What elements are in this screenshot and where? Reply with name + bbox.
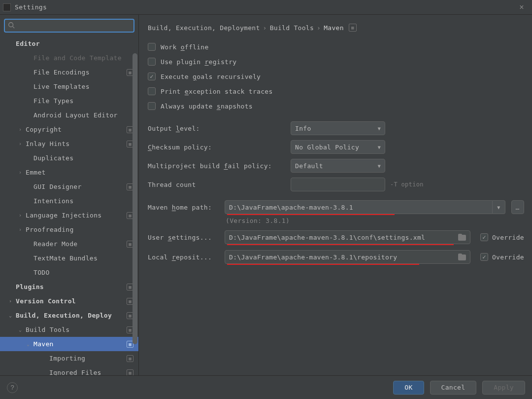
crumb-a[interactable]: Build, Execution, Deployment: [148, 24, 260, 32]
sidebar-item[interactable]: ›Inlay Hints▦: [0, 137, 138, 151]
sidebar-item[interactable]: Duplicates: [0, 151, 138, 165]
sidebar-scrollbar[interactable]: [133, 53, 137, 344]
checkbox[interactable]: [148, 58, 156, 66]
user-settings-override[interactable]: Override: [480, 233, 524, 241]
maven-home-dropdown-button[interactable]: ▼: [493, 200, 505, 214]
sidebar-item[interactable]: TextMate Bundles: [0, 251, 138, 265]
local-repo-input[interactable]: D:\JavaFrame\apache-maven-3.8.1\reposito…: [225, 250, 470, 264]
sidebar-item[interactable]: ›Proofreading: [0, 222, 138, 237]
cancel-button[interactable]: Cancel: [430, 381, 477, 395]
sidebar-item[interactable]: Importing▦: [0, 351, 138, 365]
chevron-icon: ›: [19, 141, 26, 146]
ok-button[interactable]: OK: [393, 381, 424, 395]
print-exception-row[interactable]: Print exception stack traces: [148, 84, 524, 99]
sidebar-item-label: Build, Execution, Deploy: [16, 312, 127, 319]
sidebar-item[interactable]: File and Code Template: [0, 51, 138, 65]
sidebar-item[interactable]: Plugins▦: [0, 280, 138, 294]
sidebar-item-label: Build Tools: [26, 326, 127, 333]
folder-icon[interactable]: [458, 234, 466, 241]
input-value: D:\JavaFrame\apache-maven-3.8.1\reposito…: [229, 254, 455, 261]
multiproject-fail-select[interactable]: Default ▼: [291, 159, 385, 173]
project-scope-icon: ▦: [127, 355, 133, 362]
close-icon[interactable]: ×: [514, 3, 529, 12]
checkbox[interactable]: [480, 253, 488, 261]
sidebar-item-label: TextMate Bundles: [33, 254, 138, 262]
maven-home-label: Maven home path:: [148, 204, 221, 211]
sidebar-item[interactable]: ›Copyright▦: [0, 122, 138, 137]
sidebar-item-label: Ignored Files: [49, 369, 127, 375]
search-input[interactable]: [15, 22, 131, 30]
svg-line-1: [13, 26, 15, 28]
input-value: D:\JavaFrame\apache-maven-3.8.1: [229, 204, 488, 211]
checkbox[interactable]: [148, 87, 156, 95]
sidebar-item[interactable]: Live Templates: [0, 79, 138, 94]
sidebar-item[interactable]: File Encodings▦: [0, 65, 138, 79]
thread-count-input[interactable]: [291, 178, 385, 191]
window-title: Settings: [15, 3, 47, 11]
checkbox[interactable]: [480, 233, 488, 241]
search-box[interactable]: [4, 19, 134, 33]
maven-home-path-input[interactable]: D:\JavaFrame\apache-maven-3.8.1: [225, 200, 493, 214]
checkbox[interactable]: [148, 43, 156, 51]
local-repo-override[interactable]: Override: [480, 253, 524, 261]
sidebar-item[interactable]: ⌄Build, Execution, Deploy▦: [0, 308, 138, 323]
sidebar-item[interactable]: ›Language Injections▦: [0, 208, 138, 222]
sidebar-item-label: Duplicates: [33, 154, 138, 162]
sidebar-item-label: File Types: [33, 97, 138, 105]
search-icon: [8, 22, 15, 30]
sidebar-item[interactable]: Editor: [0, 36, 138, 51]
sidebar-item-label: Editor: [16, 40, 138, 47]
always-update-snapshots-row[interactable]: Always update snapshots: [148, 99, 524, 113]
work-offline-row[interactable]: Work offline: [148, 39, 524, 54]
multiproject-fail-label: Multiproject build fail policy:: [148, 162, 286, 170]
user-settings-label: User settings...: [148, 234, 221, 241]
sidebar-item[interactable]: GUI Designer▦: [0, 180, 138, 194]
chevron-icon: ⌄: [19, 327, 26, 332]
sidebar-item[interactable]: Reader Mode▦: [0, 237, 138, 251]
sidebar-item-label: Version Control: [16, 297, 127, 305]
apply-button[interactable]: Apply: [482, 381, 525, 395]
maven-version-text: (Version: 3.8.1): [226, 217, 524, 224]
chevron-icon: ›: [9, 298, 16, 304]
sidebar-item[interactable]: Intentions: [0, 194, 138, 208]
folder-icon[interactable]: [458, 254, 466, 260]
sidebar-item[interactable]: TODO: [0, 265, 138, 280]
maven-home-browse-button[interactable]: …: [511, 200, 524, 214]
chevron-right-icon: ›: [317, 24, 321, 32]
sidebar-item-label: Importing: [49, 355, 127, 362]
execute-goals-recursively-row[interactable]: Execute goals recursively: [148, 69, 524, 84]
dialog-footer: ? OK Cancel Apply: [0, 375, 532, 399]
settings-tree[interactable]: EditorFile and Code TemplateFile Encodin…: [0, 36, 138, 375]
chevron-down-icon: ▼: [378, 145, 381, 150]
output-level-select[interactable]: Info ▼: [291, 121, 385, 135]
sidebar-item[interactable]: ›Version Control▦: [0, 294, 138, 308]
sidebar-item[interactable]: ⌄Build Tools▦: [0, 323, 138, 337]
checkbox[interactable]: [148, 73, 156, 80]
app-icon: [3, 3, 11, 11]
sidebar-item-label: Emmet: [26, 169, 138, 176]
chevron-icon: ›: [19, 213, 26, 218]
checkbox[interactable]: [148, 102, 156, 110]
sidebar-item-label: Plugins: [16, 283, 127, 290]
local-repo-label: Local reposit...: [148, 254, 221, 261]
sidebar-item[interactable]: ⌄Maven▦: [0, 337, 138, 351]
project-scope-icon: ▦: [127, 369, 133, 376]
chevron-icon: ›: [19, 170, 26, 175]
checksum-policy-select[interactable]: No Global Policy ▼: [291, 140, 385, 154]
sidebar-item[interactable]: Ignored Files▦: [0, 365, 138, 375]
chevron-down-icon: ▼: [378, 163, 381, 169]
label: Execute goals recursively: [161, 73, 261, 80]
sidebar-item[interactable]: ›Emmet: [0, 165, 138, 180]
label: Print exception stack traces: [161, 88, 273, 95]
titlebar: Settings ×: [0, 0, 532, 15]
settings-panel: Build, Execution, Deployment › Build Too…: [139, 15, 532, 375]
input-value: D:\JavaFrame\apache-maven-3.8.1\conf\set…: [229, 234, 455, 241]
select-value: Default: [295, 162, 378, 170]
chevron-icon: ›: [19, 227, 26, 232]
sidebar-item[interactable]: Android Layout Editor: [0, 108, 138, 122]
sidebar-item[interactable]: File Types: [0, 94, 138, 108]
help-button[interactable]: ?: [7, 382, 18, 393]
crumb-b[interactable]: Build Tools: [270, 24, 314, 32]
use-plugin-registry-row[interactable]: Use plugin registry: [148, 54, 524, 69]
user-settings-input[interactable]: D:\JavaFrame\apache-maven-3.8.1\conf\set…: [225, 230, 470, 244]
